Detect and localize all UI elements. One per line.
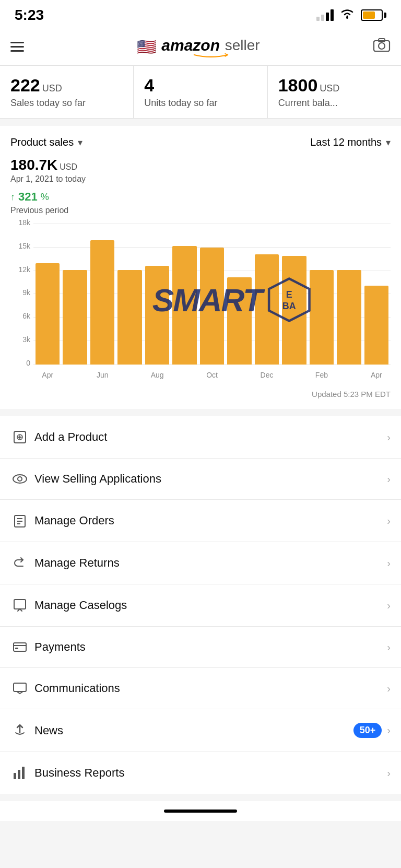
chart-bar (310, 270, 334, 365)
units-value: 4 (144, 75, 256, 96)
menu-chevron-icon: › (387, 683, 391, 695)
news-badge: 50+ (353, 723, 382, 738)
menu-item-communications[interactable]: Communications› (0, 668, 401, 709)
grid-label: 9k (10, 288, 30, 297)
manage-orders-label: Manage Orders (34, 514, 387, 527)
payments-icon (10, 641, 29, 653)
communications-label: Communications (34, 682, 387, 695)
battery-icon (361, 9, 386, 21)
menu-chevron-icon: › (387, 515, 391, 527)
x-label: Aug (145, 365, 169, 385)
svg-rect-19 (14, 683, 26, 691)
status-bar: 5:23 (0, 0, 401, 28)
chart-bar (364, 286, 388, 365)
wifi-icon (340, 8, 355, 22)
camera-button[interactable] (373, 38, 391, 56)
change-symbol: % (41, 192, 49, 203)
svg-point-9 (13, 475, 27, 483)
header-center: 🇺🇸 amazon seller (137, 37, 260, 57)
menu-item-business-reports[interactable]: Business Reports› (0, 752, 401, 794)
amazon-text: amazon (161, 37, 220, 54)
menu-item-news[interactable]: News50+› (0, 709, 401, 752)
stats-row: 222USD Sales today so far 4 Units today … (0, 66, 401, 119)
home-bar (164, 810, 237, 813)
news-label: News (34, 724, 353, 737)
chart-bar (282, 256, 306, 365)
sales-value: 222USD (10, 75, 123, 96)
x-label: Jun (90, 365, 114, 385)
menu-chevron-icon: › (387, 724, 391, 736)
grid-label: 6k (10, 312, 30, 320)
chart-bar (255, 254, 279, 365)
status-time: 5:23 (15, 7, 44, 24)
manage-orders-icon (10, 513, 29, 528)
x-label (282, 365, 306, 385)
header: 🇺🇸 amazon seller (0, 28, 401, 66)
menu-chevron-icon: › (387, 431, 391, 443)
menu-section: Add a Product›View Selling Applications›… (0, 416, 401, 794)
bar-group (90, 224, 114, 365)
chart-header: Product sales ▾ Last 12 months ▾ (10, 136, 391, 148)
balance-label: Current bala... (278, 98, 391, 109)
seller-text: seller (221, 37, 260, 54)
x-label: Dec (255, 365, 279, 385)
chart-bar (227, 277, 251, 365)
amazon-seller-logo: amazon seller (161, 37, 260, 57)
svg-point-2 (379, 43, 385, 49)
menu-item-manage-returns[interactable]: Manage Returns› (0, 542, 401, 584)
hamburger-menu-button[interactable] (10, 42, 24, 52)
svg-point-10 (18, 477, 22, 481)
grid-label: 12k (10, 265, 30, 274)
sales-stat-card: 222USD Sales today so far (0, 66, 134, 118)
bar-group (255, 224, 279, 365)
change-pct: 321 (18, 190, 38, 204)
menu-item-payments[interactable]: Payments› (0, 627, 401, 668)
status-icons (316, 8, 386, 22)
grid-label: 3k (10, 335, 30, 344)
svg-rect-20 (14, 773, 16, 779)
bar-group (63, 224, 87, 365)
x-labels: AprJunAugOctDecFebApr (33, 365, 391, 385)
menu-chevron-icon: › (387, 767, 391, 779)
home-indicator (0, 801, 401, 821)
x-label (117, 365, 141, 385)
bar-group (282, 224, 306, 365)
business-reports-label: Business Reports (34, 766, 387, 780)
bars-area (33, 224, 391, 365)
communications-icon (10, 682, 29, 695)
chart-bar (200, 248, 224, 365)
period-chevron-icon: ▾ (386, 137, 391, 148)
bar-group (227, 224, 251, 365)
x-label (227, 365, 251, 385)
chart-bar (117, 270, 141, 365)
x-label: Apr (36, 365, 60, 385)
chart-bar (337, 270, 361, 365)
chart-date-range: Apr 1, 2021 to today (10, 174, 391, 184)
chart-total-value: 180.7KUSD (10, 157, 391, 173)
bar-group (337, 224, 361, 365)
bar-group (364, 224, 388, 365)
bar-group (200, 224, 224, 365)
units-stat-card: 4 Units today so far (134, 66, 267, 118)
manage-returns-label: Manage Returns (34, 556, 387, 570)
menu-item-manage-orders[interactable]: Manage Orders› (0, 500, 401, 542)
x-label (337, 365, 361, 385)
chart-bar (145, 266, 169, 365)
manage-caselogs-icon (10, 598, 29, 613)
signal-icon (316, 9, 334, 21)
units-label: Units today so far (144, 98, 256, 109)
bar-group (36, 224, 60, 365)
period-selector[interactable]: Last 12 months ▾ (310, 136, 391, 148)
menu-item-add-product[interactable]: Add a Product› (0, 416, 401, 459)
menu-item-view-selling[interactable]: View Selling Applications› (0, 459, 401, 500)
chart-bar (172, 246, 196, 365)
add-product-icon (10, 430, 29, 444)
product-sales-selector[interactable]: Product sales ▾ (10, 136, 82, 148)
bar-group (310, 224, 334, 365)
x-label: Apr (364, 365, 388, 385)
menu-item-manage-caselogs[interactable]: Manage Caselogs› (0, 584, 401, 627)
view-selling-icon (10, 473, 29, 485)
sales-label: Sales today so far (10, 98, 123, 109)
svg-rect-22 (22, 767, 25, 779)
chart-section: Product sales ▾ Last 12 months ▾ 180.7KU… (0, 126, 401, 409)
